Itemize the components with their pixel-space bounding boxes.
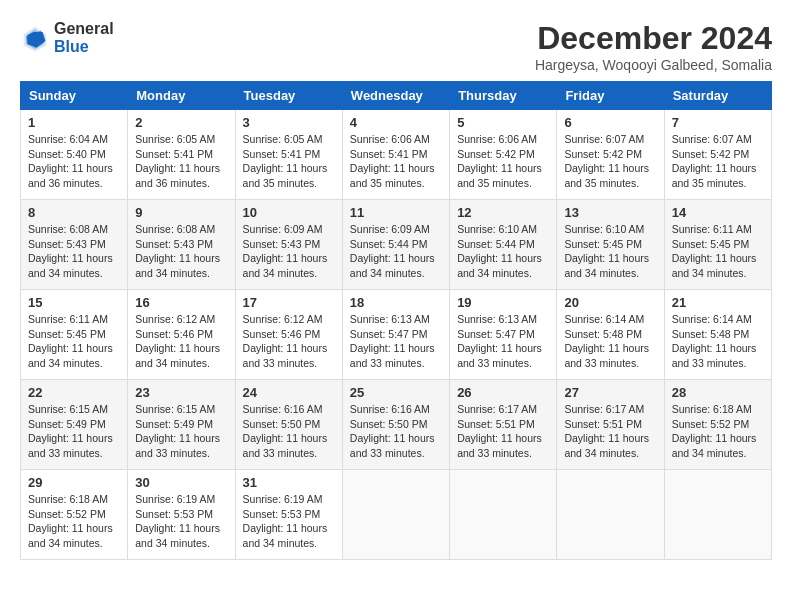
calendar-day-11: 11Sunrise: 6:09 AMSunset: 5:44 PMDayligh…: [342, 200, 449, 290]
calendar-day-28: 28Sunrise: 6:18 AMSunset: 5:52 PMDayligh…: [664, 380, 771, 470]
day-info: Sunrise: 6:13 AMSunset: 5:47 PMDaylight:…: [457, 312, 549, 371]
day-number: 6: [564, 115, 656, 130]
day-number: 17: [243, 295, 335, 310]
day-number: 4: [350, 115, 442, 130]
weekday-header-saturday: Saturday: [664, 82, 771, 110]
calendar-day-5: 5Sunrise: 6:06 AMSunset: 5:42 PMDaylight…: [450, 110, 557, 200]
empty-cell: [664, 470, 771, 560]
calendar-day-6: 6Sunrise: 6:07 AMSunset: 5:42 PMDaylight…: [557, 110, 664, 200]
day-info: Sunrise: 6:19 AMSunset: 5:53 PMDaylight:…: [135, 492, 227, 551]
day-number: 8: [28, 205, 120, 220]
day-info: Sunrise: 6:17 AMSunset: 5:51 PMDaylight:…: [564, 402, 656, 461]
day-number: 31: [243, 475, 335, 490]
calendar-day-13: 13Sunrise: 6:10 AMSunset: 5:45 PMDayligh…: [557, 200, 664, 290]
calendar-day-9: 9Sunrise: 6:08 AMSunset: 5:43 PMDaylight…: [128, 200, 235, 290]
logo: General Blue: [20, 20, 114, 55]
day-info: Sunrise: 6:12 AMSunset: 5:46 PMDaylight:…: [135, 312, 227, 371]
day-number: 22: [28, 385, 120, 400]
calendar-day-18: 18Sunrise: 6:13 AMSunset: 5:47 PMDayligh…: [342, 290, 449, 380]
calendar-day-23: 23Sunrise: 6:15 AMSunset: 5:49 PMDayligh…: [128, 380, 235, 470]
day-info: Sunrise: 6:04 AMSunset: 5:40 PMDaylight:…: [28, 132, 120, 191]
calendar-week-4: 22Sunrise: 6:15 AMSunset: 5:49 PMDayligh…: [21, 380, 772, 470]
calendar-week-5: 29Sunrise: 6:18 AMSunset: 5:52 PMDayligh…: [21, 470, 772, 560]
calendar-day-4: 4Sunrise: 6:06 AMSunset: 5:41 PMDaylight…: [342, 110, 449, 200]
logo-general: General: [54, 20, 114, 38]
day-number: 27: [564, 385, 656, 400]
day-info: Sunrise: 6:15 AMSunset: 5:49 PMDaylight:…: [135, 402, 227, 461]
day-number: 25: [350, 385, 442, 400]
empty-cell: [342, 470, 449, 560]
calendar-day-22: 22Sunrise: 6:15 AMSunset: 5:49 PMDayligh…: [21, 380, 128, 470]
weekday-header-friday: Friday: [557, 82, 664, 110]
day-info: Sunrise: 6:14 AMSunset: 5:48 PMDaylight:…: [564, 312, 656, 371]
day-info: Sunrise: 6:09 AMSunset: 5:44 PMDaylight:…: [350, 222, 442, 281]
day-info: Sunrise: 6:11 AMSunset: 5:45 PMDaylight:…: [28, 312, 120, 371]
day-info: Sunrise: 6:18 AMSunset: 5:52 PMDaylight:…: [672, 402, 764, 461]
day-number: 20: [564, 295, 656, 310]
calendar-week-1: 1Sunrise: 6:04 AMSunset: 5:40 PMDaylight…: [21, 110, 772, 200]
calendar-day-7: 7Sunrise: 6:07 AMSunset: 5:42 PMDaylight…: [664, 110, 771, 200]
calendar-day-15: 15Sunrise: 6:11 AMSunset: 5:45 PMDayligh…: [21, 290, 128, 380]
calendar-day-20: 20Sunrise: 6:14 AMSunset: 5:48 PMDayligh…: [557, 290, 664, 380]
calendar-table: SundayMondayTuesdayWednesdayThursdayFrid…: [20, 81, 772, 560]
day-info: Sunrise: 6:13 AMSunset: 5:47 PMDaylight:…: [350, 312, 442, 371]
day-number: 19: [457, 295, 549, 310]
day-number: 3: [243, 115, 335, 130]
calendar-day-8: 8Sunrise: 6:08 AMSunset: 5:43 PMDaylight…: [21, 200, 128, 290]
calendar-day-31: 31Sunrise: 6:19 AMSunset: 5:53 PMDayligh…: [235, 470, 342, 560]
day-number: 11: [350, 205, 442, 220]
calendar-day-29: 29Sunrise: 6:18 AMSunset: 5:52 PMDayligh…: [21, 470, 128, 560]
calendar-week-2: 8Sunrise: 6:08 AMSunset: 5:43 PMDaylight…: [21, 200, 772, 290]
day-number: 13: [564, 205, 656, 220]
logo-blue: Blue: [54, 38, 114, 56]
day-info: Sunrise: 6:15 AMSunset: 5:49 PMDaylight:…: [28, 402, 120, 461]
weekday-header-sunday: Sunday: [21, 82, 128, 110]
calendar-day-25: 25Sunrise: 6:16 AMSunset: 5:50 PMDayligh…: [342, 380, 449, 470]
day-number: 21: [672, 295, 764, 310]
empty-cell: [557, 470, 664, 560]
day-info: Sunrise: 6:09 AMSunset: 5:43 PMDaylight:…: [243, 222, 335, 281]
calendar-day-16: 16Sunrise: 6:12 AMSunset: 5:46 PMDayligh…: [128, 290, 235, 380]
day-info: Sunrise: 6:10 AMSunset: 5:44 PMDaylight:…: [457, 222, 549, 281]
page-header: General Blue December 2024 Hargeysa, Woq…: [20, 20, 772, 73]
calendar-day-12: 12Sunrise: 6:10 AMSunset: 5:44 PMDayligh…: [450, 200, 557, 290]
day-number: 23: [135, 385, 227, 400]
day-info: Sunrise: 6:05 AMSunset: 5:41 PMDaylight:…: [243, 132, 335, 191]
logo-text: General Blue: [54, 20, 114, 55]
day-number: 9: [135, 205, 227, 220]
weekday-header-monday: Monday: [128, 82, 235, 110]
day-info: Sunrise: 6:18 AMSunset: 5:52 PMDaylight:…: [28, 492, 120, 551]
day-number: 12: [457, 205, 549, 220]
calendar-day-14: 14Sunrise: 6:11 AMSunset: 5:45 PMDayligh…: [664, 200, 771, 290]
day-number: 30: [135, 475, 227, 490]
day-number: 5: [457, 115, 549, 130]
day-info: Sunrise: 6:17 AMSunset: 5:51 PMDaylight:…: [457, 402, 549, 461]
calendar-day-2: 2Sunrise: 6:05 AMSunset: 5:41 PMDaylight…: [128, 110, 235, 200]
month-title: December 2024: [535, 20, 772, 57]
calendar-day-26: 26Sunrise: 6:17 AMSunset: 5:51 PMDayligh…: [450, 380, 557, 470]
weekday-header-wednesday: Wednesday: [342, 82, 449, 110]
calendar-day-1: 1Sunrise: 6:04 AMSunset: 5:40 PMDaylight…: [21, 110, 128, 200]
day-info: Sunrise: 6:05 AMSunset: 5:41 PMDaylight:…: [135, 132, 227, 191]
day-number: 29: [28, 475, 120, 490]
calendar-day-10: 10Sunrise: 6:09 AMSunset: 5:43 PMDayligh…: [235, 200, 342, 290]
day-info: Sunrise: 6:06 AMSunset: 5:42 PMDaylight:…: [457, 132, 549, 191]
day-number: 26: [457, 385, 549, 400]
day-info: Sunrise: 6:10 AMSunset: 5:45 PMDaylight:…: [564, 222, 656, 281]
day-info: Sunrise: 6:16 AMSunset: 5:50 PMDaylight:…: [350, 402, 442, 461]
day-info: Sunrise: 6:16 AMSunset: 5:50 PMDaylight:…: [243, 402, 335, 461]
day-number: 16: [135, 295, 227, 310]
empty-cell: [450, 470, 557, 560]
day-number: 1: [28, 115, 120, 130]
day-number: 15: [28, 295, 120, 310]
weekday-header-thursday: Thursday: [450, 82, 557, 110]
day-info: Sunrise: 6:08 AMSunset: 5:43 PMDaylight:…: [135, 222, 227, 281]
day-number: 24: [243, 385, 335, 400]
calendar-week-3: 15Sunrise: 6:11 AMSunset: 5:45 PMDayligh…: [21, 290, 772, 380]
day-number: 18: [350, 295, 442, 310]
day-info: Sunrise: 6:19 AMSunset: 5:53 PMDaylight:…: [243, 492, 335, 551]
day-info: Sunrise: 6:07 AMSunset: 5:42 PMDaylight:…: [564, 132, 656, 191]
day-number: 10: [243, 205, 335, 220]
day-number: 7: [672, 115, 764, 130]
weekday-header-tuesday: Tuesday: [235, 82, 342, 110]
